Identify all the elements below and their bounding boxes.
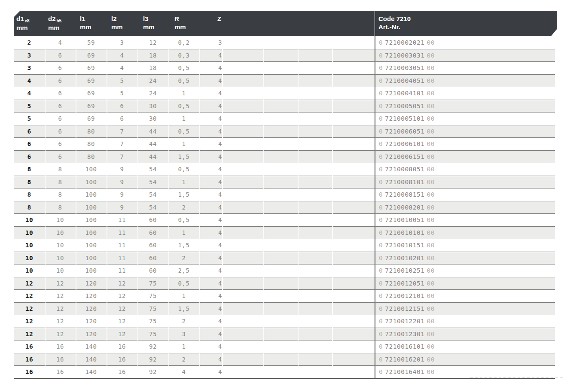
code-number: 7210012051 — [385, 280, 424, 287]
cell-l2: 12 — [107, 292, 137, 299]
code-prefix: 0 — [379, 305, 383, 312]
table-row: 8 8 100 9 54 0,5 4 0 7210008051 00 — [14, 163, 555, 176]
cell-l1: 69 — [76, 103, 107, 109]
code-prefix: 0 — [379, 255, 383, 261]
code-suffix: 00 — [427, 242, 435, 249]
cell-l1: 69 — [76, 64, 107, 71]
cell-r: 0,5 — [168, 166, 199, 173]
cell-d2: 4 — [45, 39, 76, 46]
cell-l3: 75 — [137, 305, 168, 312]
cell-code: 0 7210012051 00 — [375, 277, 555, 290]
cell-z: 4 — [199, 140, 375, 147]
cell-l1: 100 — [76, 229, 107, 236]
code-prefix: 0 — [379, 128, 383, 135]
cell-d1: 12 — [14, 305, 45, 312]
cell-r: 2 — [168, 255, 199, 261]
cell-z: 4 — [199, 255, 375, 261]
code-suffix: 00 — [427, 255, 435, 261]
cell-d1: 8 — [14, 204, 45, 211]
table-row: 6 6 80 7 44 1,5 4 0 7210006151 00 — [14, 150, 555, 163]
cell-l2: 7 — [107, 128, 137, 135]
code-suffix: 00 — [427, 52, 435, 59]
cell-r: 2 — [168, 318, 199, 325]
cell-code: 0 7210010101 00 — [375, 227, 555, 239]
cell-l1: 140 — [76, 356, 107, 363]
col-header-l1: l1 mm — [76, 11, 107, 36]
code-number: 7210010251 — [385, 267, 424, 274]
cell-code: 0 7210006151 00 — [375, 151, 555, 163]
table-row: 16 16 140 16 92 4 4 0 7210016401 00 — [14, 365, 555, 378]
table-row: 12 12 120 12 75 3 4 0 7210012301 00 — [14, 328, 555, 340]
cell-r: 2,5 — [168, 267, 199, 274]
cell-l3: 75 — [137, 331, 168, 337]
code-prefix: 0 — [379, 39, 383, 46]
code-number: 7210016201 — [385, 356, 424, 363]
cell-z: 4 — [199, 103, 375, 109]
code-suffix: 00 — [427, 292, 435, 299]
cell-d1: 16 — [14, 368, 45, 375]
cell-d1: 10 — [14, 216, 45, 223]
cell-code: 0 7210004101 00 — [375, 87, 555, 100]
code-suffix: 00 — [427, 356, 435, 363]
col-unit: mm — [48, 24, 76, 32]
cell-d1: 3 — [14, 52, 45, 59]
table-row: 8 8 100 9 54 2 4 0 7210008201 00 — [14, 201, 555, 214]
cell-code: 0 7210008151 00 — [375, 188, 555, 201]
col-tolerance: e8 — [25, 18, 30, 23]
col-unit: mm — [143, 23, 168, 31]
col-unit: mm — [16, 24, 45, 32]
code-prefix: 0 — [379, 318, 383, 325]
cell-r: 1,5 — [168, 191, 199, 198]
cell-l3: 18 — [137, 52, 168, 59]
col-label: l2 — [111, 15, 137, 23]
cell-l2: 6 — [107, 103, 137, 109]
cell-l2: 11 — [107, 242, 137, 249]
code-prefix: 0 — [379, 216, 383, 223]
cell-d2: 6 — [45, 153, 76, 160]
cell-l1: 100 — [76, 216, 107, 223]
table-row: 12 12 120 12 75 1 4 0 7210012101 00 — [14, 289, 555, 302]
cell-l1: 140 — [76, 368, 107, 375]
cell-l2: 7 — [107, 153, 137, 160]
table-row: 16 16 140 16 92 2 4 0 7210016201 00 — [14, 353, 555, 366]
cell-d2: 10 — [45, 255, 76, 261]
code-number: 7210004051 — [385, 77, 424, 84]
cell-code: 0 7210004051 00 — [375, 75, 555, 87]
table-row: 10 10 100 11 60 0,5 4 0 7210010051 00 — [14, 213, 555, 226]
cell-l2: 5 — [107, 90, 137, 97]
cell-l2: 11 — [107, 229, 137, 236]
cell-l3: 54 — [137, 204, 168, 211]
code-number: 7210010051 — [385, 216, 424, 223]
cell-code: 0 7210008051 00 — [375, 163, 555, 176]
table-row: 10 10 100 11 60 2,5 4 0 7210010251 00 — [14, 264, 555, 277]
col-header-r: R mm — [168, 11, 199, 36]
table-row: 5 6 69 6 30 0,5 4 0 7210005051 00 — [14, 100, 555, 112]
cell-z: 4 — [199, 280, 375, 287]
cell-d1: 8 — [14, 179, 45, 185]
cell-code: 0 7210010051 00 — [375, 214, 555, 226]
table-row: 12 12 120 12 75 0,5 4 0 7210012051 00 — [14, 277, 555, 290]
cell-l3: 60 — [137, 267, 168, 274]
table-row: 6 6 80 7 44 0,5 4 0 7210006051 00 — [14, 125, 555, 138]
cell-l2: 16 — [107, 343, 137, 350]
code-suffix: 00 — [427, 229, 435, 236]
cell-r: 0,5 — [168, 216, 199, 223]
cell-l1: 69 — [76, 52, 107, 59]
cell-l1: 140 — [76, 343, 107, 350]
code-prefix: 0 — [379, 267, 383, 274]
col-label: l1 — [80, 15, 107, 23]
col-unit: mm — [174, 23, 199, 31]
cell-l2: 12 — [107, 280, 137, 287]
cell-d2: 12 — [45, 305, 76, 312]
table-row: 3 6 69 4 18 0,3 4 0 7210003031 00 — [14, 49, 555, 62]
cell-l3: 44 — [137, 153, 168, 160]
code-number: 7210006151 — [385, 153, 424, 160]
cell-d2: 6 — [45, 103, 76, 109]
cell-z: 4 — [199, 52, 375, 59]
table-row: 16 16 140 16 92 1 4 0 7210016101 00 — [14, 340, 555, 353]
cell-r: 0,5 — [168, 77, 199, 84]
cell-z: 4 — [199, 331, 375, 337]
cell-d1: 6 — [14, 140, 45, 147]
cell-r: 1 — [168, 179, 199, 185]
cell-l1: 120 — [76, 331, 107, 337]
